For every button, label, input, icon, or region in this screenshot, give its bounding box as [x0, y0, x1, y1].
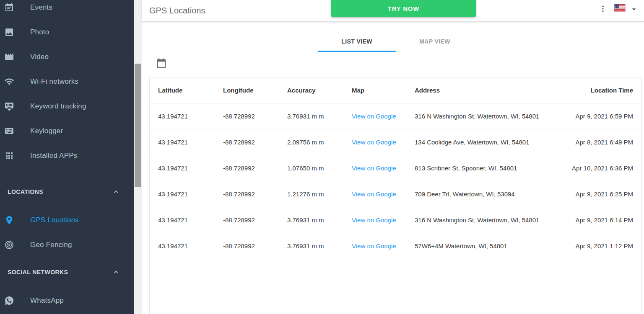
sidebar-item-label: Wi-Fi networks: [30, 77, 78, 86]
calendar-icon[interactable]: [156, 58, 167, 69]
table-header-row: Latitude Longitude Accuracy Map Address …: [150, 77, 641, 103]
cell-map: View on Google: [352, 113, 415, 120]
view-on-google-link[interactable]: View on Google: [352, 216, 396, 224]
cell-address: 813 Scribner St, Spooner, WI, 54801: [415, 165, 543, 172]
sidebar-nav: EventsPhotoVideoWi-Fi networksKeyword tr…: [0, 0, 134, 168]
sidebar-item-label: GPS Locations: [30, 216, 79, 224]
try-now-button[interactable]: TRY NOW: [331, 0, 476, 17]
sidebar-item-installed-apps[interactable]: Installed APPs: [0, 143, 134, 168]
table-row: 43.194721-88.7289923.76931 m mView on Go…: [150, 207, 641, 233]
cell-address: 316 N Washington St, Watertown, WI, 5480…: [415, 216, 543, 224]
cell-map: View on Google: [352, 165, 415, 172]
cell-accuracy: 3.76931 m m: [287, 242, 352, 250]
table-body: 43.194721-88.7289923.76931 m mView on Go…: [150, 103, 641, 259]
cell-latitude: 43.194721: [158, 242, 223, 250]
place-icon: [4, 215, 14, 225]
column-header-location-time: Location Time: [543, 87, 633, 94]
sidebar-item-keylogger[interactable]: Keylogger: [0, 118, 134, 143]
cell-accuracy: 2.09756 m m: [287, 139, 352, 146]
apps-icon: [4, 151, 14, 161]
view-on-google-link[interactable]: View on Google: [352, 242, 396, 250]
sidebar-scrollbar-thumb[interactable]: [135, 64, 141, 187]
sidebar-sections: LOCATIONSGPS LocationsGeo FencingSOCIAL …: [0, 182, 134, 313]
column-header-longitude: Longitude: [223, 87, 287, 94]
tab-map-view[interactable]: MAP VIEW: [396, 31, 474, 52]
cell-address: 709 Deer Trl, Watertown, WI, 53094: [415, 190, 543, 198]
cell-longitude: -88.728992: [223, 113, 287, 120]
more-options-icon[interactable]: [599, 4, 607, 14]
view-on-google-link[interactable]: View on Google: [352, 139, 396, 146]
table-row: 43.194721-88.7289922.09756 m mView on Go…: [150, 129, 641, 155]
cell-location-time: Apr 9, 2021 1:12 PM: [543, 242, 633, 250]
language-flag-icon[interactable]: [614, 4, 626, 12]
cell-address: 134 Coolidge Ave, Watertown, WI, 54801: [415, 139, 543, 146]
view-tabs: LIST VIEWMAP VIEW: [318, 31, 474, 52]
video-icon: [4, 52, 14, 62]
sidebar-item-label: Events: [30, 3, 52, 12]
sidebar-item-label: Installed APPs: [30, 152, 77, 160]
sidebar-section-title: SOCIAL NETWORKS: [8, 269, 68, 275]
view-on-google-link[interactable]: View on Google: [352, 113, 396, 120]
sidebar-item-label: Geo Fencing: [30, 241, 72, 249]
sidebar-item-geo-fencing[interactable]: Geo Fencing: [0, 232, 134, 257]
table-row: 43.194721-88.7289923.76931 m mView on Go…: [150, 103, 641, 129]
sidebar-item-label: WhatsApp: [30, 296, 64, 305]
sidebar-section-locations[interactable]: LOCATIONS: [0, 182, 134, 202]
sidebar-item-keyword-tracking[interactable]: Keyword tracking: [0, 94, 134, 118]
sidebar: EventsPhotoVideoWi-Fi networksKeyword tr…: [0, 0, 134, 314]
chevron-up-icon: [112, 188, 120, 196]
main-area: GPS Locations TRY NOW LIST VIEWMAP VIEW …: [142, 0, 644, 314]
sidebar-item-video[interactable]: Video: [0, 44, 134, 69]
sidebar-scrollbar-track: [134, 0, 142, 314]
photo-icon: [4, 27, 14, 37]
cell-latitude: 43.194721: [158, 113, 223, 120]
cell-accuracy: 3.76931 m m: [287, 113, 352, 120]
table-row: 43.194721-88.7289921.07650 m mView on Go…: [150, 155, 641, 181]
cell-longitude: -88.728992: [223, 139, 287, 146]
sidebar-item-label: Keyword tracking: [30, 102, 86, 111]
cell-map: View on Google: [352, 242, 415, 250]
geo-fence-icon: [4, 240, 14, 250]
cell-location-time: Apr 9, 2021 6:25 PM: [543, 190, 633, 198]
chevron-up-icon: [112, 268, 120, 276]
whatsapp-icon: [4, 296, 14, 306]
sidebar-section-title: LOCATIONS: [8, 188, 43, 195]
cell-longitude: -88.728992: [223, 242, 287, 250]
sidebar-item-photo[interactable]: Photo: [0, 20, 134, 44]
sidebar-item-whatsapp[interactable]: WhatsApp: [0, 288, 134, 313]
cell-longitude: -88.728992: [223, 216, 287, 224]
column-header-accuracy: Accuracy: [287, 87, 352, 94]
cell-location-time: Apr 9, 2021 6:14 PM: [543, 216, 633, 224]
cell-latitude: 43.194721: [158, 216, 223, 224]
tab-list-view[interactable]: LIST VIEW: [318, 31, 396, 52]
view-on-google-link[interactable]: View on Google: [352, 190, 396, 198]
keyboard-hide-icon: [4, 101, 14, 111]
cell-map: View on Google: [352, 216, 415, 224]
table-row: 43.194721-88.7289923.76931 m mView on Go…: [150, 233, 641, 259]
cell-latitude: 43.194721: [158, 139, 223, 146]
sidebar-section-social-networks[interactable]: SOCIAL NETWORKS: [0, 262, 134, 282]
cell-accuracy: 3.76931 m m: [287, 216, 352, 224]
sidebar-item-wi-fi-networks[interactable]: Wi-Fi networks: [0, 69, 134, 94]
sidebar-item-label: Keylogger: [30, 127, 63, 135]
event-note-icon: [4, 3, 14, 13]
cell-accuracy: 1.07650 m m: [287, 165, 352, 172]
cell-address: 57W6+4M Watertown, WI, 54801: [415, 242, 543, 250]
cell-longitude: -88.728992: [223, 165, 287, 172]
sidebar-item-events[interactable]: Events: [0, 0, 134, 20]
chevron-down-icon[interactable]: [630, 5, 638, 13]
sidebar-item-label: Photo: [30, 28, 49, 36]
view-on-google-link[interactable]: View on Google: [352, 165, 396, 172]
column-header-address: Address: [415, 87, 543, 94]
sidebar-item-gps-locations[interactable]: GPS Locations: [0, 208, 134, 232]
cell-address: 316 N Washington St, Watertown, WI, 5480…: [415, 113, 543, 120]
cell-location-time: Apr 8, 2021 6:49 PM: [543, 139, 633, 146]
locations-table: Latitude Longitude Accuracy Map Address …: [149, 77, 642, 314]
wifi-icon: [4, 77, 14, 87]
cell-location-time: Apr 10, 2021 6:36 PM: [543, 165, 633, 172]
page-header: GPS Locations TRY NOW: [142, 0, 644, 22]
cell-latitude: 43.194721: [158, 190, 223, 198]
table-row: 43.194721-88.7289921.21276 m mView on Go…: [150, 181, 641, 207]
cell-map: View on Google: [352, 139, 415, 146]
sidebar-item-label: Video: [30, 53, 49, 61]
